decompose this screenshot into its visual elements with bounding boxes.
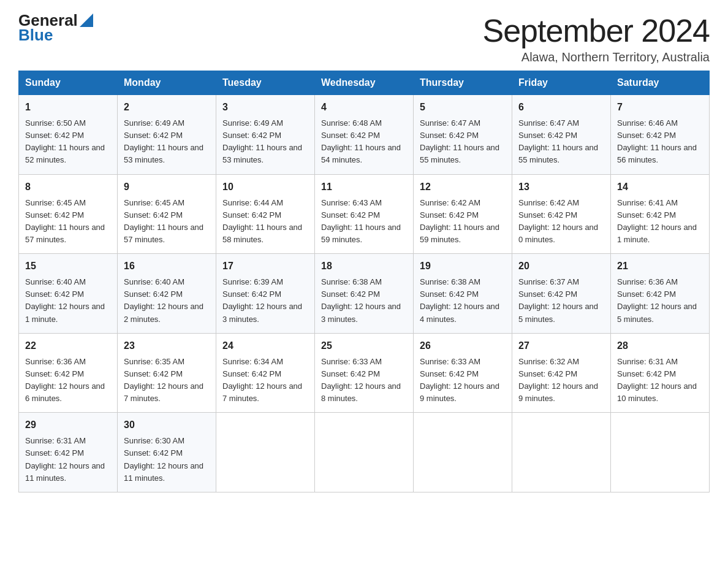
day-number: 17 [222, 259, 308, 274]
day-info: Sunrise: 6:40 AMSunset: 6:42 PMDaylight:… [124, 276, 210, 326]
day-cell: 26Sunrise: 6:33 AMSunset: 6:42 PMDayligh… [414, 333, 512, 413]
page-header: General Blue September 2024 Alawa, North… [18, 12, 710, 64]
day-cell: 28Sunrise: 6:31 AMSunset: 6:42 PMDayligh… [611, 333, 710, 413]
day-cell: 6Sunrise: 6:47 AMSunset: 6:42 PMDaylight… [512, 95, 611, 175]
day-info: Sunrise: 6:33 AMSunset: 6:42 PMDaylight:… [420, 356, 506, 405]
day-info: Sunrise: 6:47 AMSunset: 6:42 PMDaylight:… [420, 117, 506, 167]
day-cell: 5Sunrise: 6:47 AMSunset: 6:42 PMDaylight… [414, 95, 512, 175]
day-number: 4 [321, 100, 407, 115]
day-info: Sunrise: 6:44 AMSunset: 6:42 PMDaylight:… [222, 197, 308, 247]
day-cell: 29Sunrise: 6:31 AMSunset: 6:42 PMDayligh… [19, 413, 118, 492]
day-info: Sunrise: 6:30 AMSunset: 6:42 PMDaylight:… [124, 435, 210, 484]
day-info: Sunrise: 6:32 AMSunset: 6:42 PMDaylight:… [518, 356, 604, 405]
weekday-header-row: SundayMondayTuesdayWednesdayThursdayFrid… [19, 71, 710, 95]
day-info: Sunrise: 6:49 AMSunset: 6:42 PMDaylight:… [222, 117, 308, 167]
calendar-title: September 2024 [483, 12, 710, 49]
weekday-header-friday: Friday [512, 71, 611, 95]
day-number: 25 [321, 339, 407, 353]
day-number: 26 [420, 339, 506, 353]
day-number: 10 [222, 180, 308, 194]
day-number: 20 [518, 259, 604, 274]
day-number: 6 [518, 100, 604, 115]
day-cell: 2Sunrise: 6:49 AMSunset: 6:42 PMDaylight… [118, 95, 216, 175]
day-cell: 9Sunrise: 6:45 AMSunset: 6:42 PMDaylight… [118, 174, 216, 254]
day-info: Sunrise: 6:40 AMSunset: 6:42 PMDaylight:… [25, 276, 111, 326]
day-info: Sunrise: 6:37 AMSunset: 6:42 PMDaylight:… [518, 276, 604, 326]
day-cell: 24Sunrise: 6:34 AMSunset: 6:42 PMDayligh… [216, 333, 315, 413]
day-cell: 3Sunrise: 6:49 AMSunset: 6:42 PMDaylight… [216, 95, 315, 175]
day-cell: 1Sunrise: 6:50 AMSunset: 6:42 PMDaylight… [19, 95, 118, 175]
day-info: Sunrise: 6:42 AMSunset: 6:42 PMDaylight:… [420, 197, 506, 247]
day-number: 18 [321, 259, 407, 274]
empty-cell [315, 413, 414, 492]
day-cell: 8Sunrise: 6:45 AMSunset: 6:42 PMDaylight… [19, 174, 118, 254]
day-number: 15 [25, 259, 111, 274]
day-info: Sunrise: 6:45 AMSunset: 6:42 PMDaylight:… [25, 197, 111, 247]
day-number: 12 [420, 180, 506, 194]
weekday-header-wednesday: Wednesday [315, 71, 414, 95]
svg-marker-0 [80, 13, 93, 27]
day-info: Sunrise: 6:45 AMSunset: 6:42 PMDaylight:… [124, 197, 210, 247]
day-number: 8 [25, 180, 111, 194]
day-cell: 19Sunrise: 6:38 AMSunset: 6:42 PMDayligh… [414, 254, 512, 334]
day-number: 28 [617, 339, 703, 353]
day-number: 9 [124, 180, 210, 194]
day-number: 2 [124, 100, 210, 115]
day-info: Sunrise: 6:41 AMSunset: 6:42 PMDaylight:… [617, 197, 703, 247]
day-number: 16 [124, 259, 210, 274]
day-info: Sunrise: 6:43 AMSunset: 6:42 PMDaylight:… [321, 197, 407, 247]
calendar-subtitle: Alawa, Northern Territory, Australia [483, 50, 710, 64]
day-info: Sunrise: 6:31 AMSunset: 6:42 PMDaylight:… [617, 356, 703, 405]
day-cell: 18Sunrise: 6:38 AMSunset: 6:42 PMDayligh… [315, 254, 414, 334]
day-number: 3 [222, 100, 308, 115]
calendar-table: SundayMondayTuesdayWednesdayThursdayFrid… [18, 71, 710, 492]
day-info: Sunrise: 6:39 AMSunset: 6:42 PMDaylight:… [222, 276, 308, 326]
day-number: 14 [617, 180, 703, 194]
day-number: 5 [420, 100, 506, 115]
calendar-week-row: 22Sunrise: 6:36 AMSunset: 6:42 PMDayligh… [19, 333, 710, 413]
day-info: Sunrise: 6:46 AMSunset: 6:42 PMDaylight:… [617, 117, 703, 167]
day-info: Sunrise: 6:48 AMSunset: 6:42 PMDaylight:… [321, 117, 407, 167]
day-number: 11 [321, 180, 407, 194]
day-number: 23 [124, 339, 210, 353]
day-cell: 21Sunrise: 6:36 AMSunset: 6:42 PMDayligh… [611, 254, 710, 334]
day-cell: 17Sunrise: 6:39 AMSunset: 6:42 PMDayligh… [216, 254, 315, 334]
title-section: September 2024 Alawa, Northern Territory… [483, 12, 710, 64]
day-info: Sunrise: 6:50 AMSunset: 6:42 PMDaylight:… [25, 117, 111, 167]
calendar-week-row: 1Sunrise: 6:50 AMSunset: 6:42 PMDaylight… [19, 95, 710, 175]
empty-cell [414, 413, 512, 492]
day-cell: 25Sunrise: 6:33 AMSunset: 6:42 PMDayligh… [315, 333, 414, 413]
logo: General Blue [18, 12, 93, 43]
day-cell: 20Sunrise: 6:37 AMSunset: 6:42 PMDayligh… [512, 254, 611, 334]
day-cell: 30Sunrise: 6:30 AMSunset: 6:42 PMDayligh… [118, 413, 216, 492]
day-info: Sunrise: 6:49 AMSunset: 6:42 PMDaylight:… [124, 117, 210, 167]
day-info: Sunrise: 6:42 AMSunset: 6:42 PMDaylight:… [518, 197, 604, 247]
day-info: Sunrise: 6:38 AMSunset: 6:42 PMDaylight:… [420, 276, 506, 326]
day-cell: 15Sunrise: 6:40 AMSunset: 6:42 PMDayligh… [19, 254, 118, 334]
empty-cell [216, 413, 315, 492]
day-info: Sunrise: 6:47 AMSunset: 6:42 PMDaylight:… [518, 117, 604, 167]
day-number: 19 [420, 259, 506, 274]
calendar-week-row: 29Sunrise: 6:31 AMSunset: 6:42 PMDayligh… [19, 413, 710, 492]
empty-cell [611, 413, 710, 492]
day-info: Sunrise: 6:36 AMSunset: 6:42 PMDaylight:… [25, 356, 111, 405]
day-number: 7 [617, 100, 703, 115]
day-number: 27 [518, 339, 604, 353]
day-info: Sunrise: 6:31 AMSunset: 6:42 PMDaylight:… [25, 435, 111, 484]
day-number: 21 [617, 259, 703, 274]
weekday-header-saturday: Saturday [611, 71, 710, 95]
day-cell: 27Sunrise: 6:32 AMSunset: 6:42 PMDayligh… [512, 333, 611, 413]
weekday-header-sunday: Sunday [19, 71, 118, 95]
day-cell: 16Sunrise: 6:40 AMSunset: 6:42 PMDayligh… [118, 254, 216, 334]
day-info: Sunrise: 6:38 AMSunset: 6:42 PMDaylight:… [321, 276, 407, 326]
day-info: Sunrise: 6:36 AMSunset: 6:42 PMDaylight:… [617, 276, 703, 326]
logo-triangle-icon [78, 13, 93, 27]
day-number: 24 [222, 339, 308, 353]
day-number: 29 [25, 418, 111, 432]
day-info: Sunrise: 6:35 AMSunset: 6:42 PMDaylight:… [124, 356, 210, 405]
day-number: 1 [25, 100, 111, 115]
day-cell: 7Sunrise: 6:46 AMSunset: 6:42 PMDaylight… [611, 95, 710, 175]
empty-cell [512, 413, 611, 492]
day-info: Sunrise: 6:33 AMSunset: 6:42 PMDaylight:… [321, 356, 407, 405]
day-cell: 22Sunrise: 6:36 AMSunset: 6:42 PMDayligh… [19, 333, 118, 413]
